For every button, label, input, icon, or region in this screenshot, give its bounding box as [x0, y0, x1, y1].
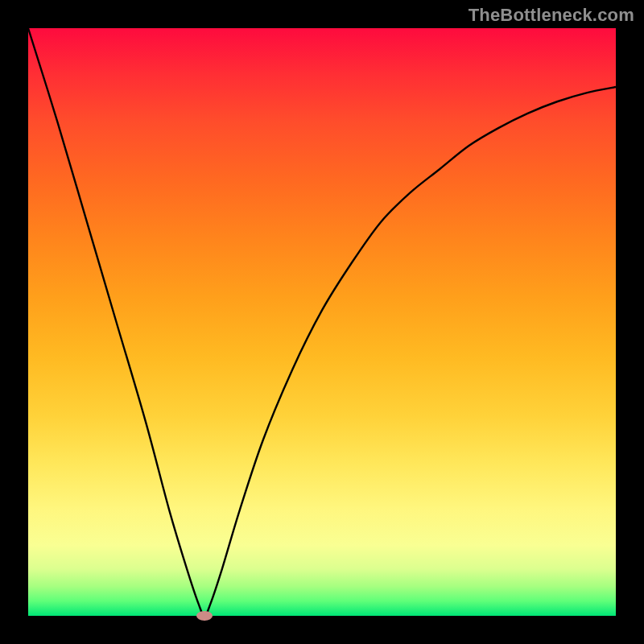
minimum-marker [196, 611, 213, 621]
plot-area [28, 28, 616, 616]
chart-frame: TheBottleneck.com [0, 0, 644, 644]
bottleneck-curve-path [28, 28, 616, 616]
curve-svg [28, 28, 616, 616]
watermark-text: TheBottleneck.com [469, 5, 634, 26]
